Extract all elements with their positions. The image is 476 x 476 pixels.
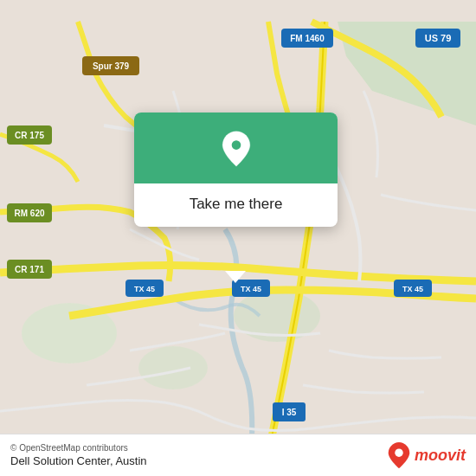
- popup-card-body: Take me there: [134, 183, 338, 227]
- location-pin-icon: [217, 130, 255, 168]
- svg-text:TX 45: TX 45: [134, 285, 155, 293]
- location-label: Dell Solution Center, Austin: [10, 454, 147, 467]
- svg-text:FM 1460: FM 1460: [290, 34, 325, 43]
- svg-text:TX 45: TX 45: [402, 285, 423, 293]
- moovit-logo: moovit: [387, 441, 466, 469]
- map-container: US 79 FM 1460 CR 175 Spur 379 RM 620 CR …: [0, 0, 476, 476]
- bottom-bar-info: © OpenStreetMap contributors Dell Soluti…: [10, 443, 147, 467]
- svg-text:CR 171: CR 171: [15, 265, 44, 274]
- popup-card-header: [134, 113, 338, 183]
- svg-point-27: [395, 448, 402, 456]
- svg-text:US 79: US 79: [425, 33, 452, 43]
- popup-card: Take me there: [134, 113, 338, 227]
- svg-text:Spur 379: Spur 379: [93, 61, 130, 71]
- take-me-there-button[interactable]: Take me there: [190, 196, 283, 213]
- osm-credit: © OpenStreetMap contributors: [10, 443, 147, 453]
- svg-point-26: [231, 140, 241, 150]
- bottom-bar: © OpenStreetMap contributors Dell Soluti…: [0, 434, 476, 476]
- svg-text:TX 45: TX 45: [241, 285, 261, 293]
- moovit-pin-icon: [387, 441, 411, 469]
- svg-text:I 35: I 35: [282, 408, 297, 417]
- svg-text:CR 175: CR 175: [15, 131, 44, 140]
- svg-text:RM 620: RM 620: [14, 209, 44, 218]
- svg-point-3: [138, 346, 208, 389]
- popup-pointer: [225, 271, 246, 283]
- moovit-text: moovit: [415, 447, 466, 465]
